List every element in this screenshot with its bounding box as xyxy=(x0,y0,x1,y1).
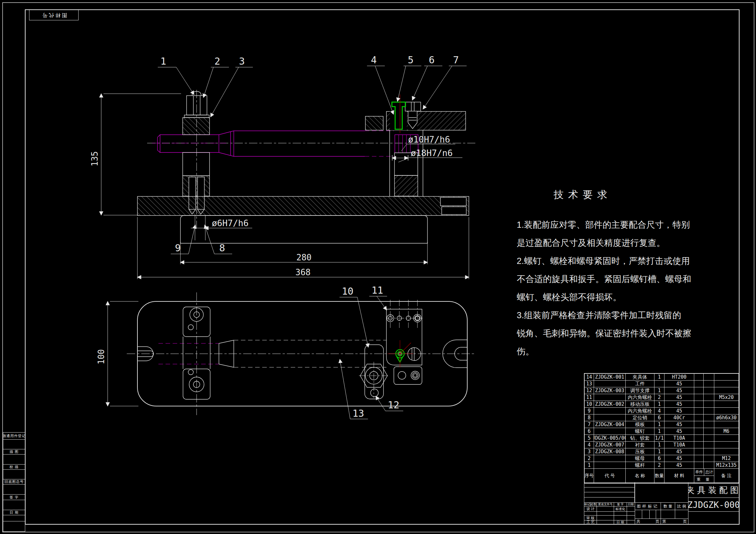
bom-cell-name: 钻、铰套 xyxy=(626,435,655,441)
bom-cell-name: 夹具体 xyxy=(626,374,655,380)
bom-cell-qty: 1 xyxy=(655,428,664,435)
bom-cell-material: HT200 xyxy=(664,374,694,380)
callout-4: 4 xyxy=(371,54,377,65)
bom-cell-unit xyxy=(694,415,704,421)
callout-12: 12 xyxy=(388,399,399,411)
bom-row: 8 定位销 6 40Cr ø6h6x30 xyxy=(585,415,739,421)
bom-cell-material: 45 xyxy=(664,381,694,387)
bom-cell-total xyxy=(704,408,714,414)
front-view xyxy=(101,66,475,279)
bom-cell-remark xyxy=(714,442,739,448)
note-line: 1.装配前应对零、部件的主要配合尺寸，特别 xyxy=(517,216,711,234)
bom-cell-no: 12 xyxy=(585,387,594,394)
bom-cell-remark: M12 xyxy=(714,455,739,462)
bom-cell-total xyxy=(704,387,714,394)
corner-code-label: 图样代号 xyxy=(41,12,67,18)
bom-cell-qty: 1 xyxy=(655,374,664,380)
rev-row xyxy=(584,487,635,492)
bom-header-qty: 数量 xyxy=(655,469,664,483)
bom-cell-unit xyxy=(694,381,704,387)
bom-cell-remark: ø6h6x30 xyxy=(714,415,739,421)
bom-cell-name: 衬套 xyxy=(626,442,655,448)
dim-368-text: 368 xyxy=(296,267,311,277)
dim-fit-sleeve-text: ø18H7/n6 xyxy=(411,148,453,158)
bom-cell-code: ZJDGZK-002 xyxy=(594,401,626,407)
strip-corner-block xyxy=(3,521,25,532)
bom-cell-name: 工件 xyxy=(626,381,655,387)
strip-borrow-record: 借通用件登记 xyxy=(3,432,25,440)
bom-cell-remark xyxy=(714,381,739,387)
bom-cell-name: 螺钉 xyxy=(626,428,655,435)
tb-stamp-space xyxy=(635,482,688,503)
bom-cell-material: 45 xyxy=(664,455,694,462)
dim-135-text: 135 xyxy=(90,151,99,166)
strip-empty-3 xyxy=(3,470,25,479)
strip-empty-6 xyxy=(3,515,25,521)
bom-header-total: 总计 xyxy=(704,469,714,475)
bom-cell-no: 11 xyxy=(585,394,594,400)
bom-cell-unit xyxy=(694,394,704,400)
bom-header-unit: 单件 xyxy=(694,469,704,475)
tb-empty xyxy=(614,515,627,521)
callout-11: 11 xyxy=(371,285,383,296)
bom-cell-material: 45 xyxy=(664,394,694,400)
drill-plate-plan xyxy=(387,300,423,384)
tb-empty xyxy=(688,511,739,524)
bom-cell-remark xyxy=(714,401,739,407)
bom-cell-unit xyxy=(694,428,704,435)
tb-empty xyxy=(635,510,642,519)
bom-cell-qty: 6 xyxy=(655,455,664,462)
tb-sheet-no: 第 页 xyxy=(661,519,688,524)
strip-empty-4 xyxy=(3,484,25,495)
bom-header-no: 序号 xyxy=(585,469,594,483)
bom-row: 9 内六角螺栓 4 45 xyxy=(585,408,739,415)
bom-cell-total xyxy=(704,435,714,441)
tb-standardize: 标准化 xyxy=(614,506,627,512)
bom-cell-code xyxy=(594,408,626,414)
tb-empty xyxy=(627,515,635,521)
bom-cell-name: 模板 xyxy=(626,421,655,428)
bom-cell-unit xyxy=(694,408,704,414)
bom-cell-no: 3 xyxy=(585,448,594,455)
bom-cell-code: ZJDGZK-005/006 xyxy=(594,435,626,441)
bom-cell-no: 7 xyxy=(585,421,594,428)
bom-row: 2 螺母 6 45 M12 xyxy=(585,455,739,462)
bom-cell-qty: 1 xyxy=(655,401,664,407)
note-line: 不合适的旋具和扳手。紧固后螺钉槽、螺母和 xyxy=(517,270,711,288)
tb-standardize-val xyxy=(627,506,635,512)
tech-requirements-title: 技术要求 xyxy=(554,188,612,202)
dim-fit-pin-text: ø6H7/h6 xyxy=(212,218,249,228)
bom-cell-remark: M12x135 xyxy=(714,462,739,469)
bom-row: 1 螺杆 2 45 M12x135 xyxy=(585,462,739,469)
bom-row: 12 ZJDGZK-003 调节支撑 1 45 xyxy=(585,387,739,394)
tb-empty xyxy=(661,510,675,519)
bom-cell-code: ZJDGZK-001 xyxy=(594,374,626,380)
bom-cell-name: 螺杆 xyxy=(626,462,655,469)
tb-design: 设 计 xyxy=(584,506,597,512)
tb-sheet-total-label: 共 xyxy=(636,519,640,524)
bom-cell-no: 6 xyxy=(585,428,594,435)
bom-row: 14 ZJDGZK-001 夹具体 1 HT200 xyxy=(585,374,739,381)
tb-empty xyxy=(675,510,688,519)
tb-review: 审 核 xyxy=(584,515,597,521)
bom-cell-material: 45 xyxy=(664,448,694,455)
bom-cell-code: ZJDGZK-003 xyxy=(594,387,626,394)
callout-leaders-front xyxy=(158,66,467,254)
bom-cell-no: 10 xyxy=(585,401,594,407)
press-plate-plan xyxy=(359,345,389,399)
bom-row: 13 工件 45 xyxy=(585,381,739,387)
tb-empty xyxy=(627,520,635,524)
adjustable-support xyxy=(183,91,209,240)
bom-cell-qty: 1 xyxy=(655,442,664,448)
bom-cell-remark xyxy=(714,435,739,441)
bom-row: 7 ZJDGZK-004 模板 1 45 xyxy=(585,421,739,428)
rev-row xyxy=(584,492,635,497)
bom-cell-name: 压板 xyxy=(626,448,655,455)
bom-cell-material: 45 xyxy=(664,401,694,407)
callout-10: 10 xyxy=(342,286,353,297)
bom-cell-unit xyxy=(694,455,704,462)
bom-table: 14 ZJDGZK-001 夹具体 1 HT200 13 工件 45 12 ZJ… xyxy=(584,373,739,484)
bom-cell-material: 45 xyxy=(664,421,694,428)
bom-cell-code: ZJDGZK-004 xyxy=(594,421,626,428)
callout-3: 3 xyxy=(239,56,245,67)
